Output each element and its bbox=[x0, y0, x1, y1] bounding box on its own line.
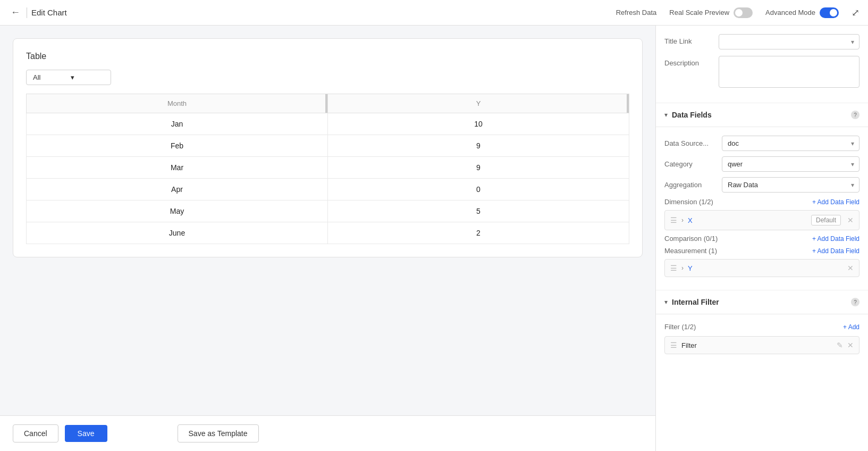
y-resize-handle[interactable] bbox=[627, 94, 629, 113]
cancel-button[interactable]: Cancel bbox=[13, 424, 58, 442]
filter-remove-icon[interactable]: ✕ bbox=[847, 341, 854, 349]
category-label: Category bbox=[664, 160, 718, 168]
table-cell-month: Feb bbox=[27, 135, 328, 157]
table-cell-month: June bbox=[27, 222, 328, 244]
internal-filter-section-header[interactable]: ▾ Internal Filter ? bbox=[656, 290, 868, 314]
dimension-label: Dimension (1/2) bbox=[664, 198, 713, 206]
table-row: Jan10 bbox=[27, 113, 629, 135]
filter-name: Filter bbox=[681, 341, 832, 349]
comparison-label: Comparison (0/1) bbox=[664, 235, 718, 243]
title-link-select[interactable] bbox=[719, 34, 859, 49]
data-source-select-wrapper: doc bbox=[722, 136, 859, 151]
measurement-y-field: ☰ › Y ✕ bbox=[664, 259, 859, 277]
table-row: Feb9 bbox=[27, 135, 629, 157]
header-right: Refresh Data Real Scale Preview Advanced… bbox=[616, 7, 859, 19]
title-link-label: Title Link bbox=[664, 34, 712, 45]
description-label: Description bbox=[664, 56, 712, 67]
dimension-x-field: ☰ › X Default ✕ bbox=[664, 210, 859, 230]
advanced-mode-slider bbox=[820, 7, 839, 18]
table-cell-month: May bbox=[27, 201, 328, 222]
add-comparison-field-button[interactable]: + Add Data Field bbox=[812, 235, 859, 243]
refresh-data-button[interactable]: Refresh Data bbox=[616, 9, 657, 16]
data-fields-chevron-icon: ▾ bbox=[664, 111, 668, 119]
drag-handle-icon[interactable]: ☰ bbox=[670, 216, 677, 224]
dimension-field-name: X bbox=[688, 216, 807, 224]
chart-area: Table All ▾ Month Y bbox=[0, 26, 655, 415]
real-scale-preview-toggle-label: Real Scale Preview bbox=[669, 7, 753, 18]
category-row: Category qwer bbox=[664, 156, 859, 172]
filter-drag-handle-icon[interactable]: ☰ bbox=[670, 341, 677, 349]
left-panel: Table All ▾ Month Y bbox=[0, 26, 655, 451]
aggregation-label: Aggregation bbox=[664, 181, 718, 189]
table-cell-month: Jan bbox=[27, 113, 328, 135]
table-cell-y: 0 bbox=[328, 179, 629, 201]
filter-value: All bbox=[33, 73, 66, 81]
add-measurement-field-button[interactable]: + Add Data Field bbox=[812, 247, 859, 255]
table-row: June2 bbox=[27, 222, 629, 244]
filter-chevron-icon: ▾ bbox=[71, 73, 104, 81]
table-row: Apr0 bbox=[27, 179, 629, 201]
advanced-mode-label: Advanced Mode bbox=[765, 9, 815, 16]
month-header-label: Month bbox=[167, 99, 187, 107]
dimension-field-remove-icon[interactable]: ✕ bbox=[847, 216, 854, 224]
right-panel: Title Link Description ▾ Data Fields ? D… bbox=[655, 26, 868, 451]
main-content: Table All ▾ Month Y bbox=[0, 26, 868, 451]
measurement-header: Measurement (1) + Add Data Field bbox=[664, 247, 859, 255]
field-chevron-icon: › bbox=[681, 216, 684, 224]
filter-section-body: Filter (1/2) + Add ☰ Filter ✎ ✕ bbox=[656, 314, 868, 363]
table-cell-month: Mar bbox=[27, 157, 328, 179]
filter-item: ☰ Filter ✎ ✕ bbox=[664, 336, 859, 354]
back-icon: ← bbox=[11, 7, 20, 18]
expand-icon[interactable]: ⤢ bbox=[852, 7, 859, 19]
data-fields-title: Data Fields bbox=[672, 111, 847, 119]
add-filter-button[interactable]: + Add bbox=[843, 323, 859, 331]
filter-dropdown[interactable]: All ▾ bbox=[26, 70, 111, 85]
category-select[interactable]: qwer bbox=[722, 156, 859, 172]
save-button[interactable]: Save bbox=[65, 425, 107, 442]
filter-edit-icon[interactable]: ✎ bbox=[837, 341, 843, 349]
table-cell-y: 9 bbox=[328, 157, 629, 179]
table-cell-y: 2 bbox=[328, 222, 629, 244]
measurement-drag-handle-icon[interactable]: ☰ bbox=[670, 264, 677, 272]
data-source-label: Data Source... bbox=[664, 139, 718, 147]
measurement-field-name: Y bbox=[688, 264, 841, 272]
table-header: Month Y bbox=[27, 94, 629, 113]
chart-card: Table All ▾ Month Y bbox=[13, 38, 643, 257]
aggregation-row: Aggregation Raw Data bbox=[664, 177, 859, 193]
comparison-header: Comparison (0/1) + Add Data Field bbox=[664, 235, 859, 243]
title-link-select-wrapper bbox=[719, 34, 859, 49]
internal-filter-title: Internal Filter bbox=[672, 298, 847, 306]
description-textarea[interactable] bbox=[719, 56, 859, 88]
real-scale-label: Real Scale Preview bbox=[669, 9, 729, 16]
measurement-field-remove-icon[interactable]: ✕ bbox=[847, 264, 854, 272]
header: ← Edit Chart Refresh Data Real Scale Pre… bbox=[0, 0, 868, 26]
dimension-field-tag[interactable]: Default bbox=[811, 215, 841, 226]
page-title: Edit Chart bbox=[31, 8, 67, 17]
internal-filter-help-icon[interactable]: ? bbox=[851, 298, 859, 306]
data-fields-help-icon[interactable]: ? bbox=[851, 111, 859, 119]
col-month-header: Month bbox=[27, 94, 328, 113]
data-fields-section-header[interactable]: ▾ Data Fields ? bbox=[656, 103, 868, 127]
dimension-header: Dimension (1/2) + Add Data Field bbox=[664, 198, 859, 206]
internal-filter-chevron-icon: ▾ bbox=[664, 298, 668, 306]
data-table: Month Y Jan10Feb9Mar9Apr0May5June2 bbox=[26, 94, 629, 244]
footer-bar: Cancel Save Save as Template bbox=[0, 415, 655, 451]
data-source-select[interactable]: doc bbox=[722, 136, 859, 151]
advanced-mode-toggle-label: Advanced Mode bbox=[765, 7, 839, 18]
description-field: Description bbox=[664, 56, 859, 88]
chart-card-title: Table bbox=[26, 52, 629, 61]
real-scale-toggle[interactable] bbox=[734, 7, 753, 18]
col-y-header: Y bbox=[328, 94, 629, 113]
table-cell-y: 9 bbox=[328, 135, 629, 157]
aggregation-select[interactable]: Raw Data bbox=[722, 177, 859, 193]
title-link-field: Title Link bbox=[664, 34, 859, 49]
save-as-template-button[interactable]: Save as Template bbox=[178, 424, 259, 442]
header-divider bbox=[27, 7, 27, 18]
add-dimension-field-button[interactable]: + Add Data Field bbox=[812, 198, 859, 206]
advanced-mode-toggle[interactable] bbox=[820, 7, 839, 18]
filter-header: Filter (1/2) + Add bbox=[664, 323, 859, 331]
back-button[interactable]: ← bbox=[9, 5, 22, 20]
table-header-row: Month Y bbox=[27, 94, 629, 113]
table-row: May5 bbox=[27, 201, 629, 222]
month-resize-handle[interactable] bbox=[325, 94, 327, 113]
